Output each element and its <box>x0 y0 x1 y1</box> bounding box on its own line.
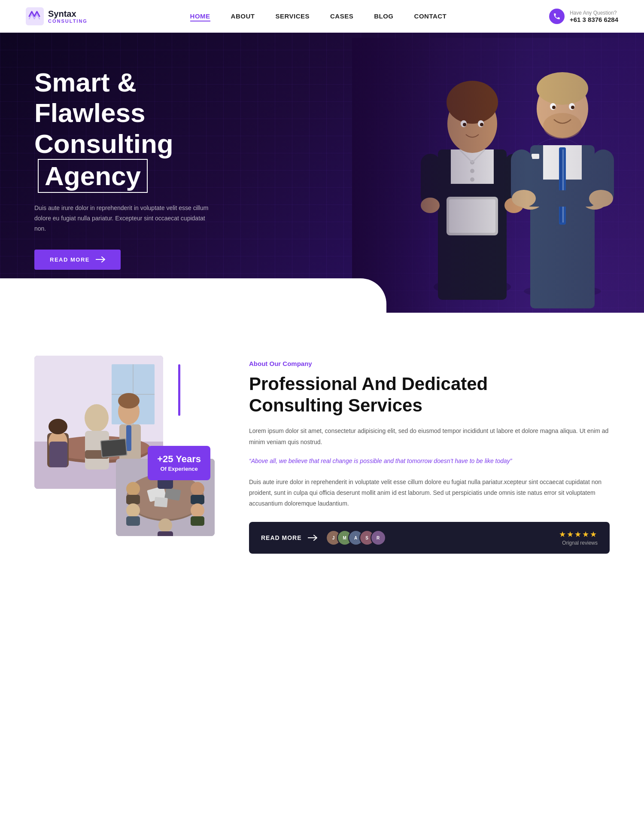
hero-title-line1: Smart & Flawless <box>34 67 145 128</box>
phone-icon <box>553 12 561 20</box>
about-body1: Lorem ipsum dolor sit amet, consectetur … <box>249 426 610 447</box>
hero-title-boxed: Agency <box>38 159 148 193</box>
svg-rect-57 <box>49 442 67 467</box>
svg-rect-45 <box>352 38 644 313</box>
brand-name: Syntax <box>48 9 88 18</box>
svg-point-75 <box>126 482 140 496</box>
hero-content: Smart & Flawless Consulting Agency Duis … <box>0 33 249 313</box>
nav-contact-block: Have Any Question? +61 3 8376 6284 <box>549 9 618 24</box>
accent-bar <box>178 364 180 416</box>
read-more-label: READ MORE <box>261 534 302 541</box>
svg-rect-80 <box>191 495 204 504</box>
nav-links: HOME ABOUT SERVICES CASES BLOG CONTACT <box>190 12 447 20</box>
svg-rect-84 <box>158 531 173 536</box>
about-title-line1: Professional And Dedicated <box>249 374 488 394</box>
svg-rect-82 <box>191 516 204 526</box>
brand-sub: CONSULTING <box>48 18 88 24</box>
contact-label: Have Any Question? <box>570 10 618 16</box>
navbar: Syntax CONSULTING HOME ABOUT SERVICES CA… <box>0 0 644 33</box>
svg-point-79 <box>191 482 204 496</box>
about-images: +25 Years Of Experience <box>34 356 215 536</box>
logo-icon <box>26 7 44 25</box>
nav-blog[interactable]: BLOG <box>374 12 393 20</box>
review-avatars: J M A S R <box>330 530 386 546</box>
svg-point-83 <box>158 518 172 532</box>
nav-about[interactable]: ABOUT <box>231 12 255 20</box>
reviews-block: ★★★★★ Orignal reviews <box>559 530 598 546</box>
logo[interactable]: Syntax CONSULTING <box>26 7 88 25</box>
phone-icon-wrap <box>549 9 565 24</box>
svg-point-58 <box>85 404 109 432</box>
nav-cases[interactable]: CASES <box>330 12 353 20</box>
read-more-bar: READ MORE J M A S R ★★★★★ Orignal review… <box>249 522 610 554</box>
hero-people <box>352 38 644 313</box>
hero-description: Duis aute irure dolor in reprehenderit i… <box>34 203 215 234</box>
contact-phone: +61 3 8376 6284 <box>570 16 618 23</box>
about-title-line2: Consulting Services <box>249 395 422 415</box>
about-quote: “Above all, we believe that real change … <box>249 456 610 466</box>
arrow-right-icon <box>96 256 105 262</box>
avatar-5: R <box>371 530 386 546</box>
exp-num: +25 Years <box>157 454 201 465</box>
reviews-label: Orignal reviews <box>559 540 598 546</box>
about-title: Professional And Dedicated Consulting Se… <box>249 373 610 417</box>
exp-text: Of Experience <box>160 466 197 472</box>
hero-section: Smart & Flawless Consulting Agency Duis … <box>0 33 644 313</box>
svg-rect-72 <box>154 497 168 507</box>
about-body2: Duis aute irure dolor in reprehenderit i… <box>249 477 610 509</box>
about-read-more-button[interactable]: READ MORE <box>261 534 317 541</box>
experience-badge: +25 Years Of Experience <box>148 446 210 480</box>
svg-point-81 <box>191 503 204 517</box>
svg-point-56 <box>49 419 67 434</box>
svg-rect-78 <box>126 516 140 526</box>
svg-point-62 <box>118 393 140 408</box>
svg-rect-76 <box>126 495 140 504</box>
hero-read-more-button[interactable]: READ MORE <box>34 250 121 270</box>
nav-services[interactable]: SERVICES <box>275 12 310 20</box>
svg-point-77 <box>126 503 140 517</box>
about-eyebrow: About Our Company <box>249 360 610 367</box>
star-rating: ★★★★★ <box>559 530 598 539</box>
nav-contact[interactable]: CONTACT <box>414 12 447 20</box>
nav-home[interactable]: HOME <box>190 12 210 21</box>
about-section: +25 Years Of Experience <box>0 313 644 597</box>
svg-rect-66 <box>101 439 127 457</box>
hero-title: Smart & Flawless Consulting Agency <box>34 67 215 193</box>
arrow-right-icon-about <box>308 535 317 541</box>
about-content: About Our Company Professional And Dedic… <box>249 356 610 554</box>
hero-title-line2: Consulting <box>34 129 173 158</box>
svg-rect-64 <box>126 425 131 451</box>
hero-people-svg <box>352 38 644 313</box>
